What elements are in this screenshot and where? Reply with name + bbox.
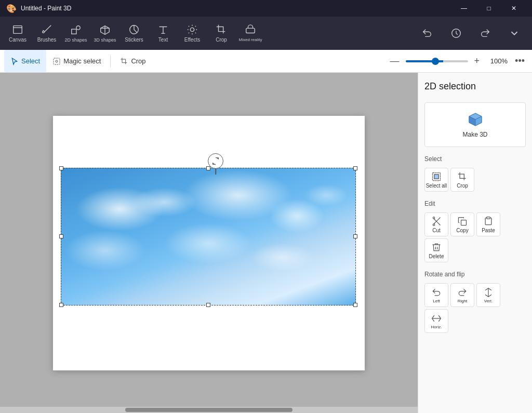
- make-3d-label: Make 3D: [462, 131, 487, 138]
- zoom-slider[interactable]: [406, 60, 468, 62]
- svg-line-17: [434, 219, 437, 222]
- tool-canvas[interactable]: Canvas: [4, 20, 31, 47]
- tool-brushes[interactable]: Brushes: [33, 20, 60, 47]
- canvas-container: [53, 116, 365, 370]
- panel-crop-label: Crop: [457, 183, 468, 189]
- tool-stickers[interactable]: Stickers: [121, 20, 148, 47]
- main-area: 2D selection Make 3D Select Select all: [0, 73, 532, 413]
- app-icon: 🎨: [6, 4, 17, 14]
- delete-button[interactable]: Delete: [424, 238, 448, 262]
- redo-button[interactable]: [472, 20, 499, 47]
- tool-3d-label: 3D shapes: [94, 37, 116, 43]
- paste-label: Paste: [482, 228, 495, 233]
- titlebar-right: — □ ✕: [452, 0, 526, 17]
- maximize-button[interactable]: □: [477, 0, 501, 17]
- minimize-button[interactable]: —: [452, 0, 476, 17]
- right-panel: 2D selection Make 3D Select Select all: [418, 73, 532, 413]
- select-all-button[interactable]: Select all: [424, 168, 448, 192]
- tool-crop[interactable]: Crop: [208, 20, 235, 47]
- panel-title: 2D selection: [424, 81, 526, 92]
- select-label: Select: [21, 57, 40, 65]
- app-title: Untitled - Paint 3D: [21, 5, 71, 12]
- rotate-left-button[interactable]: Left: [424, 283, 448, 307]
- rotate-flip-label: Rotate and flip: [424, 271, 526, 278]
- tool-effects-label: Effects: [184, 37, 200, 43]
- tool-stickers-label: Stickers: [125, 37, 143, 43]
- magic-select-button[interactable]: Magic select: [46, 50, 107, 72]
- zoom-in-button[interactable]: +: [472, 55, 482, 68]
- flip-horizontal-button[interactable]: Horiz.: [424, 309, 448, 333]
- close-button[interactable]: ✕: [502, 0, 526, 17]
- copy-label: Copy: [456, 228, 468, 233]
- svg-point-4: [76, 25, 80, 29]
- canvas-area[interactable]: [0, 73, 418, 413]
- rotate-flip-grid: Left Right Vert. Horiz.: [424, 283, 526, 333]
- toolbar-separator: [110, 55, 111, 68]
- rotate-handle[interactable]: [208, 153, 223, 169]
- edit-section: Edit Cut Copy Paste Delete: [424, 200, 526, 262]
- svg-rect-9: [246, 28, 255, 33]
- rotate-left-label: Left: [433, 299, 440, 303]
- tool-2d-label: 2D shapes: [64, 37, 87, 43]
- select-all-label: Select all: [426, 183, 447, 189]
- undo-button[interactable]: [414, 20, 441, 47]
- svg-line-18: [434, 220, 437, 224]
- tool-text[interactable]: Text: [150, 20, 177, 47]
- cloud-overlay: [61, 168, 356, 305]
- zoom-more-button[interactable]: •••: [512, 55, 528, 68]
- rotate-flip-section: Rotate and flip Left Right Vert. Horiz.: [424, 271, 526, 333]
- toolbar: Canvas Brushes 2D shapes 3D shapes Stick…: [0, 17, 532, 50]
- select-icon-grid: Select all Crop: [424, 168, 526, 192]
- crop-button[interactable]: Crop: [114, 50, 152, 72]
- panel-crop-button[interactable]: Crop: [450, 168, 474, 192]
- tool-mixed-reality[interactable]: Mixed reality: [237, 20, 264, 47]
- svg-rect-11: [54, 58, 60, 64]
- magic-select-label: Magic select: [63, 57, 101, 65]
- tool-3d-shapes[interactable]: 3D shapes: [91, 20, 118, 47]
- tool-text-label: Text: [158, 37, 168, 43]
- scroll-thumb[interactable]: [125, 408, 292, 412]
- zoom-percentage: 100%: [486, 57, 508, 65]
- flip-vertical-label: Vert.: [484, 299, 493, 303]
- svg-line-20: [437, 217, 441, 220]
- rotate-right-label: Right: [458, 299, 468, 303]
- svg-rect-14: [434, 174, 438, 178]
- flip-vertical-button[interactable]: Vert.: [476, 283, 500, 307]
- select-button[interactable]: Select: [4, 50, 46, 72]
- svg-rect-3: [72, 29, 76, 34]
- flip-horizontal-label: Horiz.: [431, 325, 442, 329]
- cut-button[interactable]: Cut: [424, 212, 448, 236]
- svg-point-15: [433, 224, 434, 225]
- delete-label: Delete: [429, 254, 444, 259]
- svg-line-2: [44, 25, 51, 32]
- tool-brushes-label: Brushes: [37, 37, 57, 43]
- titlebar-left: 🎨 Untitled - Paint 3D: [6, 4, 71, 14]
- toolbar-more-button[interactable]: [501, 20, 528, 47]
- edit-icon-grid: Cut Copy Paste Delete: [424, 212, 526, 262]
- sky-image: [61, 168, 356, 305]
- selectbar: Select Magic select Crop — + 100% •••: [0, 50, 532, 73]
- svg-rect-21: [461, 220, 467, 225]
- horizontal-scrollbar[interactable]: [0, 407, 418, 413]
- edit-section-label: Edit: [424, 200, 526, 207]
- svg-line-19: [437, 222, 441, 225]
- titlebar: 🎨 Untitled - Paint 3D — □ ✕: [0, 0, 532, 17]
- tool-mixed-reality-label: Mixed reality: [239, 37, 262, 42]
- make-3d-button[interactable]: Make 3D: [424, 102, 526, 147]
- svg-rect-0: [14, 26, 22, 34]
- svg-point-8: [190, 28, 194, 31]
- cut-label: Cut: [432, 228, 441, 233]
- select-section-label: Select: [424, 155, 526, 163]
- crop-label: Crop: [131, 57, 145, 65]
- select-section: Select Select all Crop: [424, 155, 526, 192]
- tool-canvas-label: Canvas: [9, 37, 26, 43]
- rotate-right-button[interactable]: Right: [450, 283, 474, 307]
- svg-point-12: [56, 60, 58, 62]
- tool-crop-label: Crop: [216, 37, 227, 43]
- copy-button[interactable]: Copy: [450, 212, 474, 236]
- tool-effects[interactable]: Effects: [179, 20, 206, 47]
- zoom-out-button[interactable]: —: [388, 55, 402, 68]
- paste-button[interactable]: Paste: [476, 212, 500, 236]
- tool-2d-shapes[interactable]: 2D shapes: [62, 20, 89, 47]
- history-button[interactable]: [443, 20, 470, 47]
